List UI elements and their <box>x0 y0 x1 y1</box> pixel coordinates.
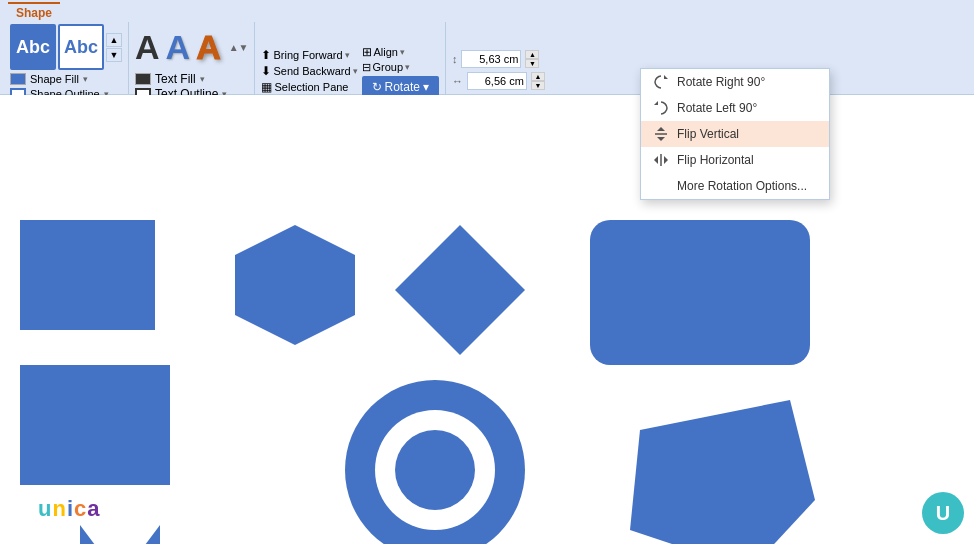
wordart-expand-icon[interactable]: ▲▼ <box>229 42 249 53</box>
width-down[interactable]: ▼ <box>531 81 545 90</box>
flip-vertical-label: Flip Vertical <box>677 127 739 141</box>
svg-marker-6 <box>654 156 658 164</box>
more-rotation-label: More Rotation Options... <box>677 179 807 193</box>
rotate-label: Rotate <box>385 80 420 94</box>
wordart-top: A A A ▲▼ <box>135 24 248 70</box>
svg-marker-9 <box>395 225 525 355</box>
rotate-right-90-icon <box>653 74 669 90</box>
send-backward-label: Send Backward <box>273 65 350 77</box>
wordart-a3: A <box>196 28 221 67</box>
text-fill-label: Text Fill <box>155 72 196 86</box>
height-input[interactable] <box>461 50 521 68</box>
rotate-right-90-label: Rotate Right 90° <box>677 75 765 89</box>
svg-marker-7 <box>664 156 668 164</box>
flip-vertical-item[interactable]: Flip Vertical <box>641 121 829 147</box>
svg-marker-4 <box>657 137 665 141</box>
group-arrow[interactable]: ▾ <box>405 62 410 72</box>
rotate-arrow: ▾ <box>423 80 429 94</box>
group-btn[interactable]: ⊟ Group ▾ <box>362 61 439 74</box>
svg-marker-13 <box>630 400 815 544</box>
height-row: ↕ ▲ ▼ <box>452 50 545 68</box>
rotate-left-90-label: Rotate Left 90° <box>677 101 757 115</box>
shape-preview-filled[interactable]: Abc <box>10 24 56 70</box>
bring-forward-arrow[interactable]: ▾ <box>345 50 350 60</box>
height-icon: ↕ <box>452 53 458 65</box>
rotate-dropdown: Rotate Right 90° Rotate Left 90° Flip Ve… <box>640 68 830 200</box>
shape-circle-target[interactable] <box>340 375 530 544</box>
shape-fill-label: Shape Fill <box>30 73 79 85</box>
shape-fill-row[interactable]: Shape Fill ▾ <box>10 72 122 86</box>
arrange-col1: ⬆ Bring Forward ▾ ⬇ Send Backward ▾ ▦ Se… <box>261 48 357 94</box>
shape-fill-arrow[interactable]: ▾ <box>83 74 88 84</box>
align-btn[interactable]: ⊞ Align ▾ <box>362 45 439 59</box>
more-rotation-icon <box>653 178 669 194</box>
unica-logo: U <box>922 492 964 534</box>
shape-tab[interactable]: Shape <box>8 2 60 22</box>
shape-rect1[interactable] <box>20 220 155 330</box>
svg-marker-15 <box>130 525 220 544</box>
bring-forward-icon: ⬆ <box>261 48 271 62</box>
shape-hexagon[interactable] <box>225 220 365 353</box>
flip-horizontal-icon <box>653 152 669 168</box>
text-fill-arrow[interactable]: ▾ <box>200 74 205 84</box>
width-row: ↔ ▲ ▼ <box>452 72 545 90</box>
shape-styles-down[interactable]: ▼ <box>106 48 122 62</box>
group-label: Group <box>373 61 404 73</box>
align-label: Align <box>374 46 398 58</box>
text-fill-row[interactable]: Text Fill ▾ <box>135 72 248 86</box>
ribbon-tabs: Shape <box>0 0 974 22</box>
width-spinner: ▲ ▼ <box>531 72 545 90</box>
svg-marker-3 <box>657 127 665 131</box>
send-backward-icon: ⬇ <box>261 64 271 78</box>
rotate-icon: ↻ <box>372 80 382 94</box>
flip-horizontal-item[interactable]: Flip Horizontal <box>641 147 829 173</box>
height-up[interactable]: ▲ <box>525 50 539 59</box>
svg-marker-1 <box>654 101 658 105</box>
rotate-left-90-item[interactable]: Rotate Left 90° <box>641 95 829 121</box>
flip-vertical-icon <box>653 126 669 142</box>
unica-logo-u: U <box>936 502 950 525</box>
width-up[interactable]: ▲ <box>531 72 545 81</box>
svg-marker-8 <box>235 225 355 345</box>
rotate-right-90-item[interactable]: Rotate Right 90° <box>641 69 829 95</box>
unica-a: a <box>87 496 100 521</box>
shape-fill-icon <box>10 73 26 85</box>
shape-rect2[interactable] <box>20 365 170 485</box>
text-fill-icon <box>135 73 151 85</box>
selection-pane-label: Selection Pane <box>274 81 348 93</box>
svg-marker-0 <box>664 75 668 79</box>
send-backward-arrow[interactable]: ▾ <box>353 66 358 76</box>
align-icon: ⊞ <box>362 45 372 59</box>
svg-point-12 <box>395 430 475 510</box>
shape-styles-top: Abc Abc ▲ ▼ <box>10 24 122 70</box>
wordart-a2: A <box>166 28 191 67</box>
shape-pentagon[interactable] <box>620 380 820 544</box>
shape-diamond[interactable] <box>390 220 530 363</box>
align-arrow[interactable]: ▾ <box>400 47 405 57</box>
unica-text: unica <box>38 496 101 522</box>
more-rotation-item[interactable]: More Rotation Options... <box>641 173 829 199</box>
unica-n: n <box>52 496 66 521</box>
flip-horizontal-label: Flip Horizontal <box>677 153 754 167</box>
unica-c: c <box>74 496 87 521</box>
group-icon: ⊟ <box>362 61 371 74</box>
arrange-col2: ⊞ Align ▾ ⊟ Group ▾ ↻ Rotate ▾ <box>362 45 439 98</box>
height-spinner: ▲ ▼ <box>525 50 539 68</box>
shape-styles-up[interactable]: ▲ <box>106 33 122 47</box>
bring-forward-btn[interactable]: ⬆ Bring Forward ▾ <box>261 48 357 62</box>
width-input[interactable] <box>467 72 527 90</box>
bring-forward-label: Bring Forward <box>273 49 342 61</box>
selection-pane-icon: ▦ <box>261 80 272 94</box>
unica-u: u <box>38 496 52 521</box>
svg-marker-14 <box>20 525 110 544</box>
width-icon: ↔ <box>452 75 463 87</box>
shape-styles-arrows: ▲ ▼ <box>106 33 122 62</box>
selection-pane-btn[interactable]: ▦ Selection Pane <box>261 80 357 94</box>
wordart-a1: A <box>135 28 160 67</box>
height-down[interactable]: ▼ <box>525 59 539 68</box>
send-backward-btn[interactable]: ⬇ Send Backward ▾ <box>261 64 357 78</box>
rotate-left-90-icon <box>653 100 669 116</box>
unica-i: i <box>67 496 74 521</box>
shape-rounded-rect[interactable] <box>590 220 810 365</box>
shape-preview-outlined[interactable]: Abc <box>58 24 104 70</box>
